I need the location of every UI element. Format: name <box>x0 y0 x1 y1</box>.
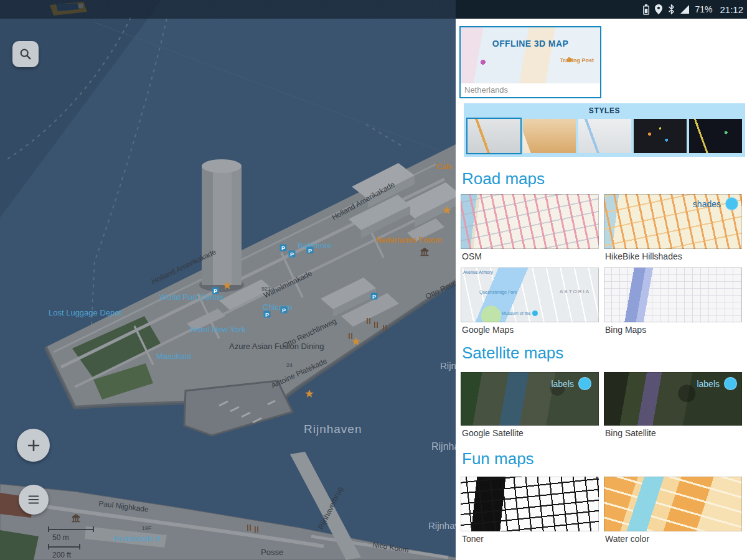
toner-thumbnail <box>461 477 599 531</box>
map-card-label: Bing Satellite <box>604 428 742 438</box>
status-bar: 71% 21:12 <box>0 0 747 19</box>
thumb-text-astoria: ASTORIA <box>560 289 590 294</box>
style-thumb-5[interactable] <box>689 119 742 153</box>
toggle-knob-icon <box>578 377 591 390</box>
map-canvas[interactable]: Baltimore Chicago World Port Center Hote… <box>0 0 456 560</box>
road-maps-heading: Road maps <box>462 169 545 189</box>
map-card-label: HikeBike Hillshades <box>604 251 742 261</box>
map-card-osm[interactable]: OSM <box>461 194 599 261</box>
parking-icon: P <box>308 248 312 254</box>
location-icon <box>655 4 662 14</box>
map-card-google-satellite[interactable]: labels Google Satellite <box>461 372 599 438</box>
list-icon <box>27 493 40 506</box>
styles-row <box>464 115 745 153</box>
map-card-label: Water color <box>604 534 742 544</box>
map-card-water-color[interactable]: Water color <box>604 477 742 544</box>
map-label-azure: Azure Asian Fusion Dining <box>229 342 324 351</box>
map-card-label: Google Satellite <box>461 428 599 438</box>
style-thumb-2[interactable] <box>523 119 576 153</box>
layers-list-button[interactable] <box>19 485 49 515</box>
map-label-nederlands-foto: Nederlands Fotom <box>376 236 441 245</box>
bing-maps-thumbnail <box>604 268 742 322</box>
map-label-maaskant: Maaskant <box>156 352 192 361</box>
shades-toggle[interactable]: shades <box>693 197 738 210</box>
bluetooth-icon <box>668 4 675 14</box>
app-screen: Baltimore Chicago World Port Center Hote… <box>0 0 747 560</box>
map-label-rijnhaven-2: Rijnhaven <box>431 441 456 452</box>
map-label-posse: Posse <box>261 548 283 557</box>
trading-post-label: Trading Post <box>560 57 594 63</box>
labels-toggle-label: labels <box>551 379 574 389</box>
poi-dot-icon <box>532 310 538 316</box>
map-label-hotel-new-york: Hotel New York <box>190 325 246 334</box>
thumb-text-park: Queensbridge Park <box>479 290 517 294</box>
plus-icon <box>26 438 41 453</box>
satellite-maps-heading: Satellite maps <box>462 343 563 363</box>
parking-icon: P <box>282 307 286 314</box>
map-label-rijnhaven-3: Rijnhaven <box>440 360 456 371</box>
parking-icon: P <box>290 251 294 258</box>
offline-3d-map-card[interactable]: OFFLINE 3D MAP Trading Post Netherlands <box>459 26 601 98</box>
bing-satellite-thumbnail: labels <box>604 372 742 426</box>
labels-toggle-label: labels <box>697 379 720 389</box>
map-label-cafe: Cafe <box>436 162 453 171</box>
map-label-24: 24 <box>286 362 293 368</box>
styles-title: STYLES <box>464 103 745 115</box>
map-render: Baltimore Chicago World Port Center Hote… <box>0 0 456 560</box>
search-button[interactable] <box>12 41 39 67</box>
water-color-thumbnail <box>604 477 742 531</box>
map-card-google-maps[interactable]: Avenue Armory Queensbridge Park ASTORIA … <box>461 268 599 335</box>
map-card-label: OSM <box>461 251 599 261</box>
map-card-bing-satellite[interactable]: labels Bing Satellite <box>604 372 742 438</box>
offline-map-title: OFFLINE 3D MAP <box>461 39 600 49</box>
map-card-label: Google Maps <box>461 325 599 335</box>
map-label-rijnhaven: Rijnhaven <box>304 422 362 436</box>
map-label-19f: 19F <box>142 525 152 531</box>
map-label-rijnhaven-4: Rijnhaven <box>428 520 456 531</box>
shades-toggle-label: shades <box>693 199 721 209</box>
clock: 21:12 <box>720 4 743 15</box>
map-label-chicago: Chicago <box>263 302 293 312</box>
osm-thumbnail <box>461 194 599 249</box>
parking-icon: P <box>372 294 376 300</box>
map-card-hikebike[interactable]: shades HikeBike Hillshades <box>604 194 742 261</box>
dim-overlay <box>0 0 456 560</box>
labels-toggle[interactable]: labels <box>551 377 591 390</box>
scale-imperial: 200 ft <box>52 551 72 559</box>
style-thumb-1-selected[interactable] <box>467 119 520 153</box>
parking-icon: P <box>281 245 285 251</box>
map-card-bing-maps[interactable]: Bing Maps <box>604 268 742 335</box>
map-label-baltimore: Baltimore <box>298 241 332 250</box>
scale-metric: 50 m <box>52 533 69 542</box>
thumb-text-museum: Museum of the <box>502 310 538 316</box>
map-styles-panel: Downloads OFFLINE 3D MAP Trading Post Ne… <box>456 0 747 560</box>
thumb-text-armory: Avenue Armory <box>463 270 493 274</box>
battery-icon <box>643 4 649 15</box>
parking-icon: P <box>265 312 269 318</box>
style-thumb-4[interactable] <box>634 119 687 153</box>
offline-map-thumbnail: OFFLINE 3D MAP Trading Post <box>461 27 600 83</box>
map-card-toner[interactable]: Toner <box>461 477 599 544</box>
toggle-knob-icon <box>725 197 738 210</box>
hikebike-thumbnail: shades <box>604 194 742 249</box>
map-card-label: Toner <box>461 534 599 544</box>
google-maps-thumbnail: Avenue Armory Queensbridge Park ASTORIA … <box>461 268 599 322</box>
map-card-label: Bing Maps <box>604 325 742 335</box>
map-label-lost-luggage: Lost Luggage Depot <box>49 308 121 317</box>
styles-section: STYLES <box>464 103 745 157</box>
map-label-921: 921 <box>261 286 271 292</box>
fun-maps-heading: Fun maps <box>462 449 534 469</box>
style-thumb-3[interactable] <box>578 119 631 153</box>
parking-icon: P <box>214 288 217 294</box>
signal-icon <box>680 5 689 14</box>
map-label-fenixloods: Fenixloods II <box>114 534 160 543</box>
toggle-knob-icon <box>724 377 737 390</box>
labels-toggle[interactable]: labels <box>697 377 737 390</box>
search-icon <box>19 47 32 61</box>
zoom-in-button[interactable] <box>17 429 50 462</box>
offline-map-region: Netherlands <box>461 83 600 97</box>
google-satellite-thumbnail: labels <box>461 372 599 426</box>
battery-percent: 71% <box>695 4 712 14</box>
